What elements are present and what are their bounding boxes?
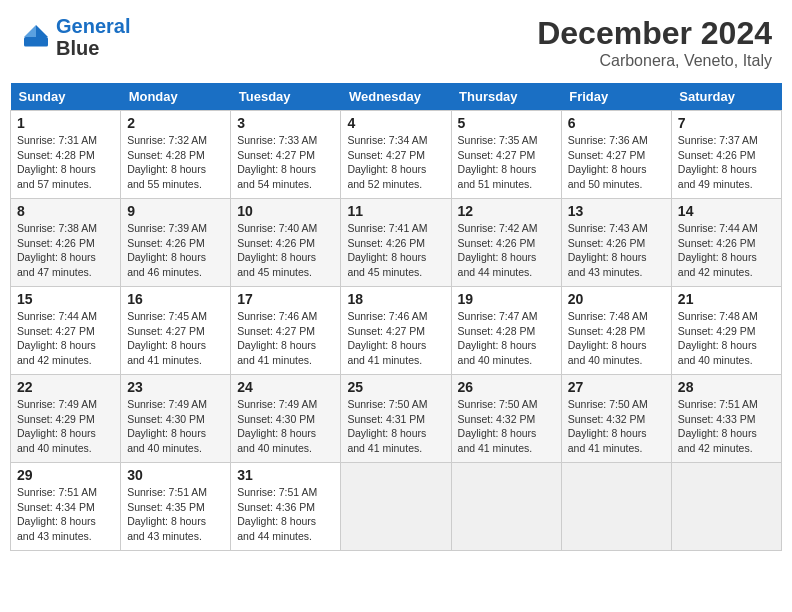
day-number: 5: [458, 115, 555, 131]
logo-text: General Blue: [56, 15, 130, 59]
day-info: Sunrise: 7:48 AMSunset: 4:29 PMDaylight:…: [678, 309, 775, 368]
day-number: 12: [458, 203, 555, 219]
weekday-header-wednesday: Wednesday: [341, 83, 451, 111]
day-number: 19: [458, 291, 555, 307]
calendar-cell: 26Sunrise: 7:50 AMSunset: 4:32 PMDayligh…: [451, 375, 561, 463]
day-info: Sunrise: 7:35 AMSunset: 4:27 PMDaylight:…: [458, 133, 555, 192]
calendar-week-5: 29Sunrise: 7:51 AMSunset: 4:34 PMDayligh…: [11, 463, 782, 551]
calendar-cell: [561, 463, 671, 551]
day-number: 26: [458, 379, 555, 395]
svg-marker-0: [36, 25, 48, 37]
day-info: Sunrise: 7:32 AMSunset: 4:28 PMDaylight:…: [127, 133, 224, 192]
calendar-table: SundayMondayTuesdayWednesdayThursdayFrid…: [10, 83, 782, 551]
calendar-cell: 24Sunrise: 7:49 AMSunset: 4:30 PMDayligh…: [231, 375, 341, 463]
calendar-cell: [341, 463, 451, 551]
day-info: Sunrise: 7:51 AMSunset: 4:33 PMDaylight:…: [678, 397, 775, 456]
day-info: Sunrise: 7:31 AMSunset: 4:28 PMDaylight:…: [17, 133, 114, 192]
location-subtitle: Carbonera, Veneto, Italy: [537, 52, 772, 70]
logo: General Blue: [20, 15, 130, 59]
day-info: Sunrise: 7:39 AMSunset: 4:26 PMDaylight:…: [127, 221, 224, 280]
day-number: 20: [568, 291, 665, 307]
calendar-cell: 21Sunrise: 7:48 AMSunset: 4:29 PMDayligh…: [671, 287, 781, 375]
calendar-cell: 28Sunrise: 7:51 AMSunset: 4:33 PMDayligh…: [671, 375, 781, 463]
day-info: Sunrise: 7:41 AMSunset: 4:26 PMDaylight:…: [347, 221, 444, 280]
day-number: 31: [237, 467, 334, 483]
logo-icon: [20, 21, 52, 53]
day-info: Sunrise: 7:44 AMSunset: 4:27 PMDaylight:…: [17, 309, 114, 368]
calendar-cell: 8Sunrise: 7:38 AMSunset: 4:26 PMDaylight…: [11, 199, 121, 287]
day-info: Sunrise: 7:49 AMSunset: 4:30 PMDaylight:…: [127, 397, 224, 456]
month-title: December 2024: [537, 15, 772, 52]
calendar-cell: 4Sunrise: 7:34 AMSunset: 4:27 PMDaylight…: [341, 111, 451, 199]
weekday-header-monday: Monday: [121, 83, 231, 111]
day-number: 28: [678, 379, 775, 395]
calendar-cell: 16Sunrise: 7:45 AMSunset: 4:27 PMDayligh…: [121, 287, 231, 375]
calendar-cell: 7Sunrise: 7:37 AMSunset: 4:26 PMDaylight…: [671, 111, 781, 199]
day-number: 3: [237, 115, 334, 131]
calendar-cell: 3Sunrise: 7:33 AMSunset: 4:27 PMDaylight…: [231, 111, 341, 199]
day-info: Sunrise: 7:38 AMSunset: 4:26 PMDaylight:…: [17, 221, 114, 280]
page-header: General Blue December 2024 Carbonera, Ve…: [10, 10, 782, 75]
day-number: 8: [17, 203, 114, 219]
day-number: 21: [678, 291, 775, 307]
weekday-header-saturday: Saturday: [671, 83, 781, 111]
calendar-cell: 20Sunrise: 7:48 AMSunset: 4:28 PMDayligh…: [561, 287, 671, 375]
day-info: Sunrise: 7:51 AMSunset: 4:34 PMDaylight:…: [17, 485, 114, 544]
day-number: 17: [237, 291, 334, 307]
day-info: Sunrise: 7:48 AMSunset: 4:28 PMDaylight:…: [568, 309, 665, 368]
calendar-cell: 13Sunrise: 7:43 AMSunset: 4:26 PMDayligh…: [561, 199, 671, 287]
day-info: Sunrise: 7:49 AMSunset: 4:29 PMDaylight:…: [17, 397, 114, 456]
calendar-cell: 5Sunrise: 7:35 AMSunset: 4:27 PMDaylight…: [451, 111, 561, 199]
svg-marker-1: [24, 25, 36, 37]
calendar-cell: 25Sunrise: 7:50 AMSunset: 4:31 PMDayligh…: [341, 375, 451, 463]
calendar-cell: [671, 463, 781, 551]
calendar-cell: 10Sunrise: 7:40 AMSunset: 4:26 PMDayligh…: [231, 199, 341, 287]
calendar-cell: 12Sunrise: 7:42 AMSunset: 4:26 PMDayligh…: [451, 199, 561, 287]
calendar-cell: 27Sunrise: 7:50 AMSunset: 4:32 PMDayligh…: [561, 375, 671, 463]
day-number: 7: [678, 115, 775, 131]
day-number: 13: [568, 203, 665, 219]
svg-rect-2: [24, 37, 48, 47]
day-info: Sunrise: 7:46 AMSunset: 4:27 PMDaylight:…: [347, 309, 444, 368]
title-section: December 2024 Carbonera, Veneto, Italy: [537, 15, 772, 70]
calendar-cell: 18Sunrise: 7:46 AMSunset: 4:27 PMDayligh…: [341, 287, 451, 375]
day-info: Sunrise: 7:44 AMSunset: 4:26 PMDaylight:…: [678, 221, 775, 280]
day-number: 23: [127, 379, 224, 395]
day-info: Sunrise: 7:43 AMSunset: 4:26 PMDaylight:…: [568, 221, 665, 280]
calendar-cell: 11Sunrise: 7:41 AMSunset: 4:26 PMDayligh…: [341, 199, 451, 287]
day-number: 29: [17, 467, 114, 483]
day-info: Sunrise: 7:47 AMSunset: 4:28 PMDaylight:…: [458, 309, 555, 368]
calendar-cell: 22Sunrise: 7:49 AMSunset: 4:29 PMDayligh…: [11, 375, 121, 463]
weekday-header-thursday: Thursday: [451, 83, 561, 111]
calendar-week-2: 8Sunrise: 7:38 AMSunset: 4:26 PMDaylight…: [11, 199, 782, 287]
calendar-cell: 2Sunrise: 7:32 AMSunset: 4:28 PMDaylight…: [121, 111, 231, 199]
day-number: 15: [17, 291, 114, 307]
day-info: Sunrise: 7:51 AMSunset: 4:36 PMDaylight:…: [237, 485, 334, 544]
calendar-cell: [451, 463, 561, 551]
calendar-cell: 31Sunrise: 7:51 AMSunset: 4:36 PMDayligh…: [231, 463, 341, 551]
day-number: 9: [127, 203, 224, 219]
day-number: 6: [568, 115, 665, 131]
day-info: Sunrise: 7:46 AMSunset: 4:27 PMDaylight:…: [237, 309, 334, 368]
day-info: Sunrise: 7:36 AMSunset: 4:27 PMDaylight:…: [568, 133, 665, 192]
day-info: Sunrise: 7:45 AMSunset: 4:27 PMDaylight:…: [127, 309, 224, 368]
calendar-cell: 17Sunrise: 7:46 AMSunset: 4:27 PMDayligh…: [231, 287, 341, 375]
day-number: 2: [127, 115, 224, 131]
day-number: 27: [568, 379, 665, 395]
day-info: Sunrise: 7:37 AMSunset: 4:26 PMDaylight:…: [678, 133, 775, 192]
calendar-cell: 1Sunrise: 7:31 AMSunset: 4:28 PMDaylight…: [11, 111, 121, 199]
day-info: Sunrise: 7:33 AMSunset: 4:27 PMDaylight:…: [237, 133, 334, 192]
day-info: Sunrise: 7:50 AMSunset: 4:31 PMDaylight:…: [347, 397, 444, 456]
day-number: 18: [347, 291, 444, 307]
day-number: 1: [17, 115, 114, 131]
day-number: 16: [127, 291, 224, 307]
weekday-header-friday: Friday: [561, 83, 671, 111]
day-number: 11: [347, 203, 444, 219]
calendar-cell: 14Sunrise: 7:44 AMSunset: 4:26 PMDayligh…: [671, 199, 781, 287]
day-info: Sunrise: 7:34 AMSunset: 4:27 PMDaylight:…: [347, 133, 444, 192]
day-number: 30: [127, 467, 224, 483]
day-info: Sunrise: 7:50 AMSunset: 4:32 PMDaylight:…: [458, 397, 555, 456]
day-info: Sunrise: 7:42 AMSunset: 4:26 PMDaylight:…: [458, 221, 555, 280]
calendar-week-4: 22Sunrise: 7:49 AMSunset: 4:29 PMDayligh…: [11, 375, 782, 463]
weekday-header-row: SundayMondayTuesdayWednesdayThursdayFrid…: [11, 83, 782, 111]
